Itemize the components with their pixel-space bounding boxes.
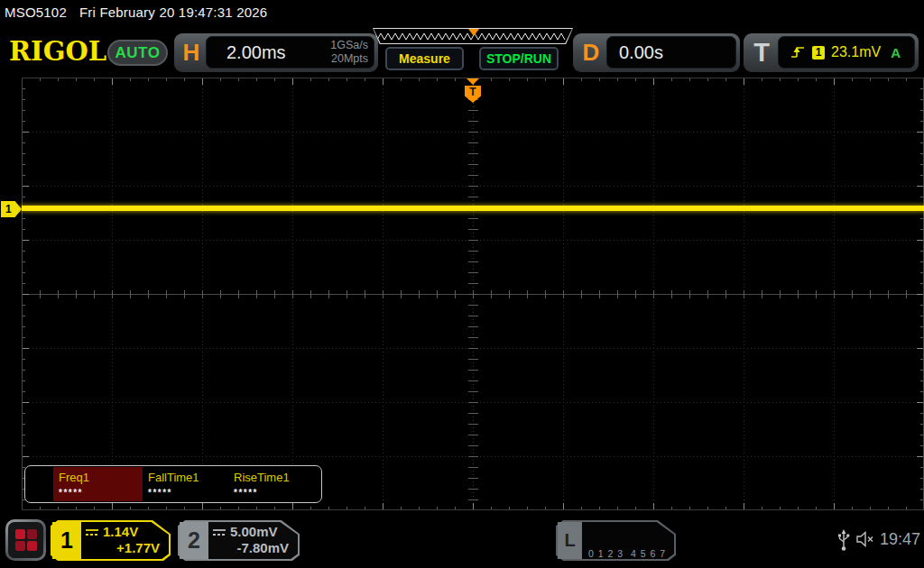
channel1-position-marker[interactable]: 1 — [1, 201, 22, 217]
channel1-offset: +1.77V — [85, 540, 165, 557]
channel1-status-block[interactable]: 1 1.14V +1.77V — [51, 520, 171, 561]
measurement-panel: Freq1 ***** FallTime1 ***** RiseTime1 **… — [24, 465, 322, 503]
measure-button[interactable]: Measure — [385, 47, 464, 70]
measurement-value: ***** — [234, 488, 258, 498]
trigger-source-badge: 1 — [812, 46, 825, 60]
measurement-label: Freq1 — [59, 471, 89, 484]
memory-trigger-position-icon — [468, 29, 479, 36]
channel2-scale: 5.00mV — [230, 524, 278, 539]
measurement-value: ***** — [59, 488, 83, 498]
dc-coupling-icon — [85, 527, 99, 536]
delay-label: D — [577, 33, 605, 72]
trigger-mode: A — [891, 45, 901, 60]
logic-channel-numbers: 0 1 2 3 4 5 6 7 8 9 1011 12131415 — [588, 525, 685, 568]
windows-button[interactable] — [5, 519, 46, 561]
status-bar: MSO5102Fri February 20 19:47:31 2026 — [5, 5, 267, 20]
datetime: Fri February 20 19:47:31 2026 — [79, 5, 267, 20]
sample-rate: 1GSa/s — [330, 39, 368, 52]
delay-value: 0.00s — [619, 42, 663, 63]
horizontal-menu-button[interactable]: H 2.00ms 1GSa/s 20Mpts — [174, 33, 378, 72]
model-name: MSO5102 — [5, 5, 67, 20]
measurement-value: ***** — [148, 488, 172, 498]
timebase-value: 2.00ms — [226, 42, 286, 63]
rising-edge-trigger-icon — [790, 44, 806, 60]
auto-mode-badge[interactable]: AUTO — [107, 40, 168, 66]
trigger-level-value: 23.1mV — [831, 44, 881, 60]
clock: 19:47 — [880, 530, 920, 549]
delay-menu-button[interactable]: D 0.00s — [573, 33, 740, 72]
channel2-offset: -7.80mV — [212, 540, 294, 557]
channel2-number: 2 — [180, 522, 208, 559]
channel1-scale: 1.14V — [103, 524, 138, 539]
logic-label: L — [558, 522, 582, 559]
measurement-item-falltime1[interactable]: FallTime1 ***** — [143, 467, 228, 501]
trigger-position-triangle-icon — [467, 78, 479, 85]
speaker-muted-icon[interactable] — [855, 531, 877, 547]
graticule-grid — [22, 78, 924, 510]
measurement-label: FallTime1 — [148, 471, 199, 484]
usb-icon — [837, 528, 850, 552]
acquisition-info: 1GSa/s 20Mpts — [330, 39, 368, 66]
trigger-label: T — [747, 33, 776, 72]
measurement-item-freq1[interactable]: Freq1 ***** — [53, 467, 143, 501]
channel2-status-block[interactable]: 2 5.00mV -7.80mV — [178, 520, 300, 561]
dc-coupling-icon — [212, 527, 226, 536]
stop-run-button[interactable]: STOP/RUN — [479, 47, 559, 70]
horizontal-label: H — [178, 33, 205, 72]
memory-depth: 20Mpts — [330, 52, 368, 66]
rigol-logo: RIGOL — [9, 36, 106, 67]
logic-channels-block[interactable]: L 0 1 2 3 4 5 6 7 8 9 1011 12131415 — [556, 520, 676, 561]
trigger-menu-button[interactable]: T 1 23.1mV A — [744, 33, 919, 72]
channel1-trace — [22, 206, 924, 211]
measurement-item-risetime1[interactable]: RiseTime1 ***** — [228, 467, 321, 501]
windows-icon — [8, 522, 43, 558]
measurement-label: RiseTime1 — [234, 471, 290, 484]
channel1-number: 1 — [52, 522, 81, 559]
